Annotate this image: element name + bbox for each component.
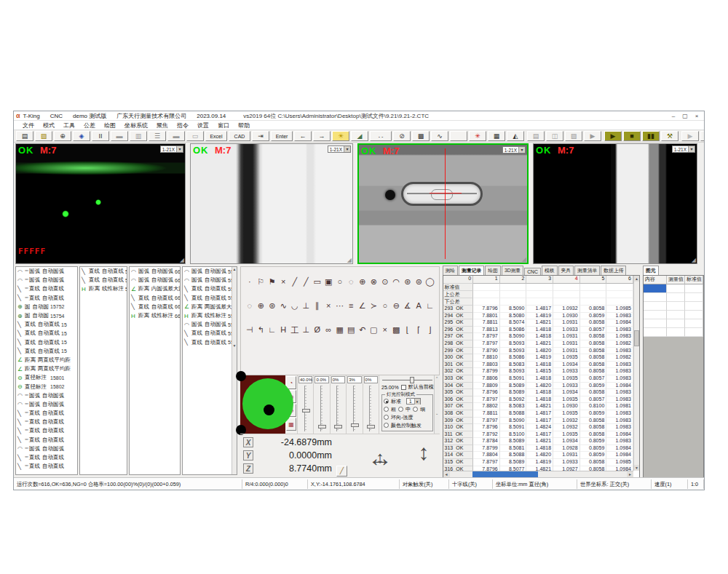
list-item[interactable]: ◠圆弧自动圆弧55 [183,320,237,329]
light-slider-3[interactable]: 0% [330,375,346,434]
size-radio-1[interactable] [384,407,389,412]
list-item[interactable]: ╲***直线自动直线 [16,418,77,426]
list-item[interactable]: ◠***圆弧自动圆弧 [16,445,77,453]
list-item[interactable]: ◠***圆弧自动圆弧 [16,391,77,400]
tool-icon[interactable]: ⊛ [266,301,278,311]
grid-data-row[interactable]: 315OK7.87978.50891.48191.09330.80581.098… [443,459,633,466]
grid-data-row[interactable]: 313OK7.87998.50811.48181.09280.80591.098… [443,445,633,453]
light-button[interactable]: ☀ [332,131,349,141]
light-slider-2[interactable]: 0.0% [313,375,329,434]
light-slider-5[interactable]: 0% [363,375,379,434]
resize-grip-icon[interactable]: ◢ [347,258,352,263]
tool-icon[interactable]: ∠ [357,301,368,311]
list-item[interactable]: ∠距离内圆弧最大距 [130,284,180,293]
scroll-up-icon[interactable]: ▲ [634,276,639,282]
list-item[interactable]: ⊖直径标注15801 [16,373,77,382]
tool-icon[interactable]: ⊖ [391,301,403,311]
list-item[interactable]: ╲直线自动直线15 [16,329,77,338]
qr-button[interactable]: ▦ [488,131,505,141]
grid-vertical-scrollbar[interactable]: ▲ ▼ [633,276,639,471]
list-item[interactable]: ╲直线自动直线15 [16,347,77,356]
menu-item-5[interactable]: 绘图 [100,121,120,129]
menu-item-10[interactable]: 窗口 [213,121,234,129]
tool-icon[interactable]: ▣ [323,277,335,287]
slider-thumb[interactable] [410,377,414,383]
list-item[interactable]: ⊖直径标注15802 [16,382,77,391]
list-item[interactable]: ╲***直线自动直线 [16,453,77,462]
close-button[interactable]: × [691,113,703,119]
list-item[interactable]: ╲直线自动直线66 [130,294,180,303]
image-button[interactable]: ◢ [351,131,368,141]
minimize-button[interactable]: – [668,113,679,119]
list-item[interactable]: ⊕圆自动圆15752 [16,303,77,311]
save2-button[interactable]: ▤ [527,131,545,141]
tool-icon[interactable]: ↶ [357,325,368,336]
z-axis-icon[interactable]: Z [243,463,253,474]
slider-thumb[interactable] [367,425,375,428]
grid-data-row[interactable]: 309OK7.87978.50901.48171.09320.80581.098… [443,418,633,425]
light-panel-scrollbar[interactable]: ⌃⌄ [434,375,440,434]
list-item[interactable]: ◠圆弧自动圆弧55 [183,276,237,284]
dash-button[interactable]: - - [370,131,392,141]
tool-icon[interactable]: ∞ [323,325,335,336]
slider-thumb[interactable] [318,425,326,428]
grid-data-row[interactable]: 307OK7.88028.50831.48211.09300.81001.098… [443,403,633,410]
folder-button[interactable]: ▨ [565,131,582,141]
list-scrollbar[interactable]: ▲▼ [232,267,237,474]
tool-icon[interactable]: ⊥ [301,301,312,311]
tool-icon[interactable]: ▩ [391,325,403,336]
tool-icon[interactable]: ⊥ [301,325,312,336]
menu-item-6[interactable]: 坐标系统 [120,121,152,129]
tab-7[interactable]: 夹具 [558,266,574,275]
save-button[interactable]: ▤ [16,131,33,141]
maximize-button[interactable]: ▢ [679,113,691,119]
print-button[interactable]: ◫ [546,131,563,141]
x-axis-icon[interactable]: X [243,437,253,447]
list-item[interactable]: ╲直线自动直线66 [130,303,180,311]
tab-9[interactable]: 数据上传 [601,266,626,275]
list-item[interactable]: ╲直线自动直线55 [183,329,237,338]
tool-icon[interactable]: ≻ [368,301,380,311]
menu-item-9[interactable]: 设置 [193,121,213,129]
master-intensity-slider[interactable] [382,377,432,383]
standard-radio[interactable] [384,399,389,404]
tool-icon[interactable]: ∟ [424,301,436,311]
tab-2[interactable]: 测量记录 [459,266,484,275]
curve-button[interactable]: ∿ [431,131,448,141]
list-item[interactable]: H距离线性标注66 [130,311,180,320]
grid-data-row[interactable]: 297OK7.87978.50901.48181.09310.80581.098… [443,333,633,340]
probe-button[interactable]: ◈ [73,131,90,141]
list-item[interactable]: ╲直线自动直线54 [80,276,127,284]
list-item[interactable]: H距离线性标注55 [183,311,237,320]
stop-button[interactable]: ■ [623,131,641,141]
tool-icon[interactable]: ∿ [278,301,290,311]
list-item[interactable]: ╲***直线自动直线 [16,284,77,293]
grid-data-row[interactable]: 294OK7.88018.50801.48191.09300.80591.098… [443,313,633,320]
grid-horizontal-scrollbar[interactable]: ◄ ► [443,471,633,477]
tool-icon[interactable]: ○ [379,301,391,311]
stage-move-button[interactable]: ⊕ [54,131,71,141]
list-item[interactable]: ◠***圆弧自动圆弧 [16,276,77,284]
zoom-button[interactable]: ⊘ [393,131,411,141]
tool-icon[interactable]: ╱ [301,277,312,287]
list-item[interactable]: ◠***圆弧自动圆弧 [16,400,77,409]
scroll-right-icon[interactable]: ► [627,471,633,477]
list-item[interactable]: ╲直线自动直线55 [183,284,237,293]
default-mode-checkbox[interactable] [401,385,406,390]
grid-data-row[interactable]: 308OK7.88118.50881.48171.09350.80591.098… [443,410,633,418]
list-item[interactable]: ∠距离两直线平均距 [16,356,77,364]
tool-icon[interactable]: ⊕ [256,301,267,311]
tool-icon[interactable]: Ø [312,325,323,336]
hatch-button[interactable]: ▩ [412,131,430,141]
enter-button[interactable]: Enter [271,131,293,141]
pause-button[interactable]: ▮▮ [642,131,660,141]
chart-button[interactable]: ◭ [507,131,524,141]
menu-item-4[interactable]: 公差 [79,121,100,129]
tool-icon[interactable]: ⚑ [266,277,278,287]
tool-icon[interactable]: ◠ [391,277,403,287]
grid-data-row[interactable]: 310OK7.87968.50911.48241.09320.80581.098… [443,424,633,431]
run-button[interactable]: ▶ [604,131,622,141]
grid-data-row[interactable]: 293OK7.87968.50901.48171.09320.80581.098… [443,306,633,313]
menu-item-8[interactable]: 指令 [173,121,193,129]
grid-data-row[interactable]: 311OK7.87928.51001.48171.09350.80581.098… [443,431,633,439]
